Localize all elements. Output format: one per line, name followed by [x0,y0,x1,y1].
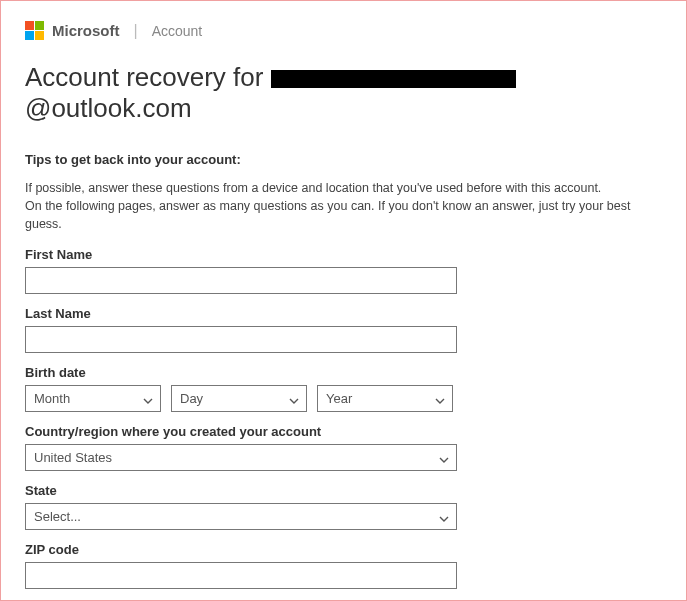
zip-input[interactable] [25,562,457,589]
first-name-group: First Name [25,247,662,294]
birth-day-select[interactable]: Day [171,385,307,412]
state-label: State [25,483,662,498]
title-prefix: Account recovery for [25,62,271,92]
last-name-input[interactable] [25,326,457,353]
tips-line-2: On the following pages, answer as many q… [25,199,631,231]
page-header: Microsoft | Account [25,21,662,40]
country-label: Country/region where you created your ac… [25,424,662,439]
birth-date-group: Birth date Month Day Year [25,365,662,412]
tips-line-1: If possible, answer these questions from… [25,181,601,195]
tips-heading: Tips to get back into your account: [25,152,662,167]
birth-date-label: Birth date [25,365,662,380]
birth-day-value: Day [180,391,203,406]
last-name-label: Last Name [25,306,662,321]
brand-label: Microsoft [52,22,120,39]
state-value: Select... [34,509,81,524]
page-title: Account recovery for @outlook.com [25,62,662,124]
title-suffix: @outlook.com [25,93,192,123]
first-name-label: First Name [25,247,662,262]
zip-label: ZIP code [25,542,662,557]
birth-year-select[interactable]: Year [317,385,453,412]
header-divider: | [134,22,138,40]
country-value: United States [34,450,112,465]
birth-month-select[interactable]: Month [25,385,161,412]
microsoft-logo-icon [25,21,44,40]
state-select[interactable]: Select... [25,503,457,530]
country-select[interactable]: United States [25,444,457,471]
zip-group: ZIP code [25,542,662,589]
state-group: State Select... [25,483,662,530]
tips-body: If possible, answer these questions from… [25,179,662,233]
birth-month-value: Month [34,391,70,406]
first-name-input[interactable] [25,267,457,294]
last-name-group: Last Name [25,306,662,353]
section-label: Account [152,23,203,39]
redacted-email [271,70,516,88]
birth-year-value: Year [326,391,352,406]
country-group: Country/region where you created your ac… [25,424,662,471]
